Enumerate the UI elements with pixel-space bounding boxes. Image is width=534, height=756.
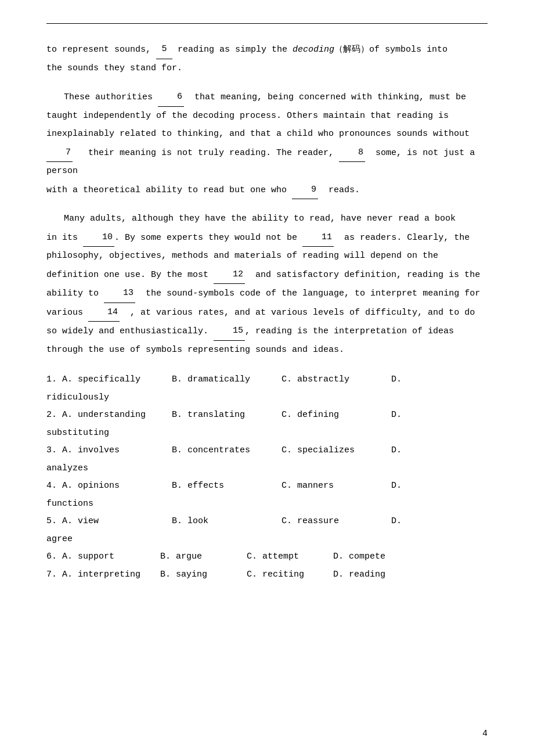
option-5-number: 5. [46,516,62,526]
blank-6: 6 [158,88,184,107]
option-row-3: 3. A. involves B. concentrates C. specia… [46,442,488,459]
option-4-a: A. opinions [62,478,167,495]
option-5-d-label: D. [391,516,402,526]
option-3-c: C. specializes [282,442,386,459]
option-1-overflow: ridiculously [46,390,488,406]
option-6-a: A. support [62,549,155,566]
option-7-c: C. reciting [247,567,328,584]
option-4-b: B. effects [172,478,276,495]
blank-14: 14 [88,303,120,322]
option-4-overflow: functions [46,496,488,513]
option-row-1: 1. A. specifically B. dramatically C. ab… [46,372,488,388]
blank-8: 8 [339,143,365,163]
option-7-number: 7. [46,570,62,579]
option-5-b: B. look [172,513,276,530]
option-3-a: A. involves [62,442,167,459]
option-3-d-text: analyzes [46,463,88,473]
option-1-a: A. specifically [62,372,167,388]
option-5-a: A. view [62,513,167,530]
option-2-c: C. defining [282,407,386,424]
option-5-overflow: agree [46,531,488,548]
option-1-c: C. abstractly [282,372,386,388]
option-3-d-label: D. [391,445,402,455]
blank-9: 9 [292,181,318,200]
option-2-overflow: substituting [46,425,488,442]
option-6-d: D. compete [333,552,385,561]
option-5-c: C. reassure [282,513,386,530]
option-row-5: 5. A. view B. look C. reassure D. [46,513,488,530]
paragraph-1: to represent sounds, 5 reading as simply… [46,40,488,77]
option-7-b: B. saying [160,567,241,584]
option-4-d-text: functions [46,499,93,509]
paragraph-2: These authorities 6 that meaning, being … [46,88,488,199]
option-1-d-text: ridiculously [46,393,109,402]
option-3-number: 3. [46,445,62,455]
option-3-b: B. concentrates [172,442,276,459]
option-2-b: B. translating [172,407,276,424]
option-4-c: C. manners [282,478,386,495]
page-number: 4 [482,729,488,739]
blank-10: 10 [83,228,114,247]
option-6-b: B. argue [160,549,241,566]
option-5-d-text: agree [46,534,73,544]
option-row-2: 2. A. understanding B. translating C. de… [46,407,488,424]
option-4-number: 4. [46,481,62,491]
blank-5: 5 [156,40,172,59]
blank-7: 7 [46,143,73,163]
option-6-c: C. attempt [247,549,328,566]
option-7-d: D. reading [333,570,385,579]
option-1-b: B. dramatically [172,372,276,388]
top-divider [46,23,488,24]
option-row-7: 7. A. interpreting B. saying C. reciting… [46,567,488,584]
page: to represent sounds, 5 reading as simply… [0,0,534,756]
option-1-number: 1. [46,375,62,384]
blank-12: 12 [214,265,245,285]
option-2-d-label: D. [391,410,402,420]
blank-11: 11 [302,228,334,247]
italic-decoding: decoding [293,45,334,55]
option-3-overflow: analyzes [46,460,488,477]
blank-13: 13 [104,284,135,303]
option-row-6: 6. A. support B. argue C. attempt D. com… [46,549,488,566]
option-6-number: 6. [46,552,62,561]
option-1-d-label: D. [391,375,402,384]
option-2-d-text: substituting [46,428,109,438]
option-2-a: A. understanding [62,407,167,424]
option-row-4: 4. A. opinions B. effects C. manners D. [46,478,488,495]
option-7-a: A. interpreting [62,567,155,584]
option-4-d-label: D. [391,481,402,491]
blank-15: 15 [214,322,245,341]
options-section: 1. A. specifically B. dramatically C. ab… [46,372,488,583]
paragraph-3: Many adults, although they have the abil… [46,210,488,359]
option-2-number: 2. [46,410,62,420]
